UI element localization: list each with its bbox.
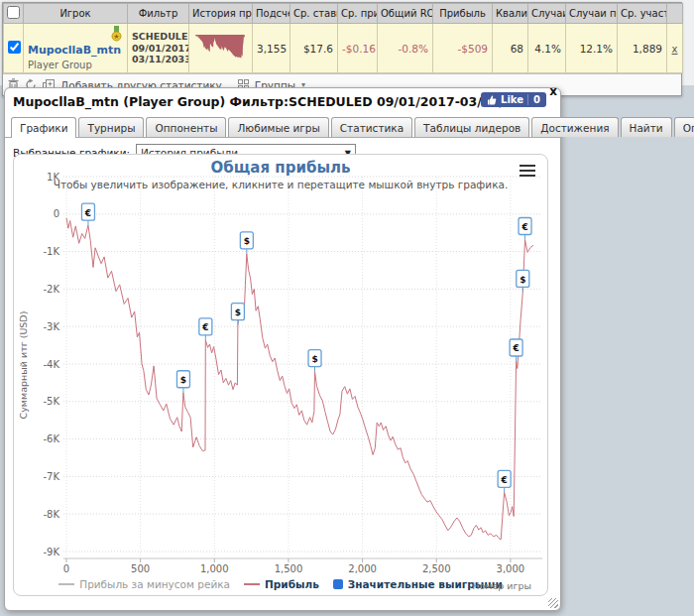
svg-text:2,000: 2,000 — [348, 563, 377, 574]
player-graph-panel: MupocllaB_mtn (Player Group) Фильтр:SCHE… — [4, 87, 561, 611]
svg-text:€: € — [512, 343, 519, 353]
tab-Найти[interactable]: Найти — [621, 117, 672, 137]
panel-header: MupocllaB_mtn (Player Group) Фильтр:SCHE… — [5, 88, 560, 114]
legend-item[interactable]: Прибыль за минусом рейка — [58, 578, 230, 590]
select-all-header[interactable] — [4, 4, 24, 24]
column-header-remove — [667, 4, 683, 24]
chart-title: Общая прибыль — [14, 159, 547, 177]
tab-Опубликовать[interactable]: Опубликовать — [674, 117, 694, 137]
close-panel-button[interactable]: x — [549, 84, 557, 98]
profit-sparkline — [193, 34, 253, 62]
svg-text:-1K: -1K — [43, 246, 59, 257]
column-header-qualif[interactable]: Квалиф — [493, 4, 528, 24]
svg-text:0: 0 — [63, 563, 69, 574]
column-header-filter[interactable]: Фильтр — [128, 4, 189, 24]
legend-line-swatch — [244, 583, 260, 585]
svg-text:-3K: -3K — [43, 321, 59, 332]
total-roi-cell: -0.8% — [378, 24, 433, 73]
cases-cell: 4.1% — [528, 24, 566, 73]
medal-icon: ★ — [110, 26, 123, 44]
column-header-profit[interactable]: Прибыль — [433, 4, 493, 24]
row-checkbox[interactable] — [8, 41, 21, 54]
avg-stake-cell: $17.6 — [290, 24, 338, 73]
column-header-avg-profit[interactable]: Ср. прибы — [338, 4, 378, 24]
player-link[interactable]: MupocllaB_mtn — [28, 44, 121, 57]
qualif-cell: 68 — [493, 24, 528, 73]
player-cell: ★ MupocllaB_mtn Player Group — [24, 24, 128, 73]
stats-table-container: Игрок Фильтр История прибы. Подсчет Ср. … — [2, 2, 682, 96]
svg-text:-4K: -4K — [43, 359, 59, 370]
panel-resize-handle[interactable] — [548, 598, 558, 608]
svg-text:$: $ — [520, 275, 525, 285]
tab-Оппоненты[interactable]: Оппоненты — [146, 117, 226, 137]
x-axis-title: Номер игры — [472, 580, 531, 591]
column-header-count[interactable]: Подсчет — [253, 4, 290, 24]
panel-title: MupocllaB_mtn (Player Group) Фильтр:SCHE… — [13, 94, 538, 109]
svg-text:0: 0 — [54, 208, 59, 219]
svg-text:2,500: 2,500 — [422, 563, 451, 574]
svg-text:3,000: 3,000 — [497, 563, 525, 574]
select-all-checkbox[interactable] — [7, 6, 20, 19]
count-cell: 3,155 — [253, 24, 290, 73]
svg-text:-9K: -9K — [43, 547, 59, 557]
svg-text:★: ★ — [113, 33, 119, 41]
svg-text:$: $ — [180, 375, 186, 385]
svg-text:-7K: -7K — [43, 471, 59, 482]
profit-chart[interactable]: Общая прибыль Чтобы увеличить изображени… — [13, 154, 548, 596]
remove-stat-link[interactable]: x — [672, 44, 678, 55]
row-select-cell[interactable] — [4, 24, 24, 73]
avg-profit-cell: -$0.16 — [338, 24, 378, 73]
filter-cell: SCHEDULED 09/01/2017- 03/11/2033 — [128, 24, 189, 73]
profit-chart-svg: 1K0-1K-2K-3K-4K-5K-6K-7K-8K-9K05001,0001… — [14, 155, 547, 595]
stats-table: Игрок Фильтр История прибы. Подсчет Ср. … — [3, 3, 683, 73]
column-header-player[interactable]: Игрок — [24, 4, 128, 24]
tab-Достижения[interactable]: Достижения — [531, 117, 618, 137]
svg-text:-2K: -2K — [43, 284, 59, 295]
tab-strip: ГрафикиТурнирыОппонентыЛюбимые игрыСтати… — [5, 114, 560, 138]
svg-text:-8K: -8K — [43, 509, 59, 520]
column-header-total-roi[interactable]: Общий ROI — [378, 4, 433, 24]
chart-subtitle: Чтобы увеличить изображение, кликните и … — [14, 179, 547, 190]
column-header-avg-stake[interactable]: Ср. ставка — [290, 4, 338, 24]
svg-text:€: € — [84, 208, 91, 218]
table-header-row: Игрок Фильтр История прибы. Подсчет Ср. … — [4, 4, 683, 24]
profit-cell: -$509 — [433, 24, 493, 73]
svg-text:$: $ — [311, 354, 317, 364]
column-header-cases[interactable]: Случаи | — [528, 4, 566, 24]
svg-text:500: 500 — [131, 563, 150, 574]
svg-text:-6K: -6K — [43, 433, 59, 444]
chart-menu-icon[interactable] — [520, 165, 535, 177]
column-header-profit-history[interactable]: История прибы. — [189, 4, 253, 24]
tab-Статистика[interactable]: Статистика — [331, 117, 412, 137]
svg-text:$: $ — [244, 236, 250, 246]
svg-text:€: € — [201, 322, 208, 332]
like-button[interactable]: Like 0 — [481, 92, 546, 107]
remove-cell[interactable]: x — [667, 24, 683, 73]
svg-text:1,500: 1,500 — [275, 563, 303, 574]
svg-text:€: € — [500, 475, 507, 485]
tab-Турниры[interactable]: Турниры — [78, 117, 144, 137]
tab-Таблицы лидеров[interactable]: Таблицы лидеров — [414, 117, 529, 137]
column-header-cases-late[interactable]: Случаи позд — [566, 4, 618, 24]
thumb-up-icon — [487, 95, 497, 105]
legend-square-swatch — [333, 579, 343, 589]
tab-Графики[interactable]: Графики — [11, 117, 76, 138]
svg-text:€: € — [520, 222, 527, 232]
svg-text:Суммарный итг (USD): Суммарный итг (USD) — [18, 311, 29, 420]
table-row: ★ MupocllaB_mtn Player Group SCHEDULED 0… — [4, 24, 683, 73]
svg-text:-5K: -5K — [43, 396, 59, 407]
profit-history-cell[interactable] — [189, 24, 253, 73]
cases-late-cell: 12.1% — [566, 24, 618, 73]
legend-line-swatch — [58, 583, 74, 585]
svg-text:1,000: 1,000 — [200, 563, 229, 574]
like-count: 0 — [527, 94, 540, 105]
chart-legend: Прибыль за минусом рейкаПрибыльЗначитель… — [14, 578, 547, 590]
svg-text:$: $ — [235, 308, 241, 317]
tab-Любимые игры[interactable]: Любимые игры — [228, 117, 328, 137]
avg-entrants-cell: 1,889 — [618, 24, 667, 73]
legend-item[interactable]: Прибыль — [244, 578, 319, 590]
player-type: Player Group — [28, 60, 123, 70]
column-header-avg-entrants[interactable]: Ср. участни — [618, 4, 667, 24]
